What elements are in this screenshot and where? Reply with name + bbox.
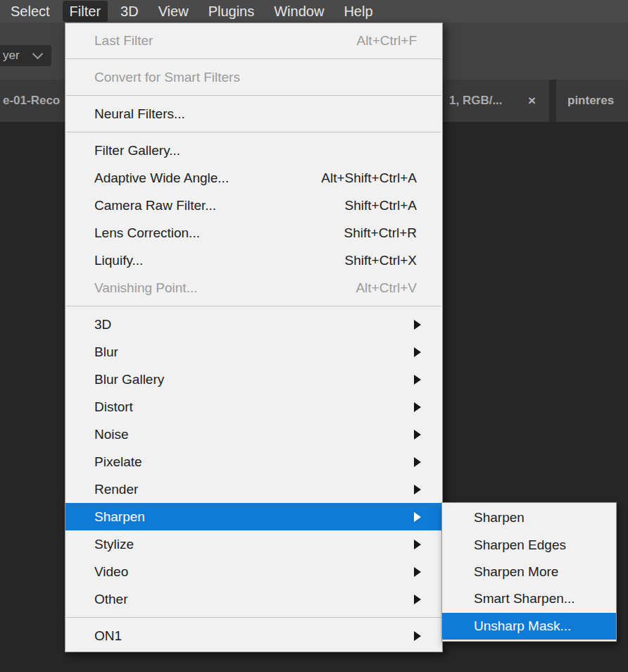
submenu-arrow-icon (414, 375, 421, 385)
submenu-arrow-icon (414, 567, 421, 577)
submenu-item-sharpen-edges[interactable]: Sharpen Edges (442, 531, 616, 558)
submenu-item-sharpen-more[interactable]: Sharpen More (442, 559, 616, 585)
submenu-arrow-icon (414, 457, 421, 467)
submenu-arrow-icon (414, 320, 421, 330)
menu-item-convert-smart-filters[interactable]: Convert for Smart Filters (65, 63, 442, 91)
tab-close-icon[interactable]: × (528, 93, 536, 108)
sharpen-submenu: Sharpen Sharpen Edges Sharpen More Smart… (441, 502, 617, 642)
submenu-arrow-icon (414, 347, 421, 357)
menu-item-liquify[interactable]: Liquify... Shift+Ctrl+X (65, 247, 442, 274)
menu-item-on1[interactable]: ON1 (65, 622, 442, 649)
menu-item-neural-filters[interactable]: Neural Filters... (65, 100, 442, 127)
menu-item-stylize[interactable]: Stylize (65, 530, 442, 558)
menu-item-other[interactable]: Other (65, 585, 442, 613)
menu-item-3d[interactable]: 3D (65, 311, 442, 338)
filter-menu: Last Filter Alt+Ctrl+F Convert for Smart… (65, 23, 443, 652)
menu-separator (66, 617, 441, 618)
submenu-arrow-icon (414, 631, 421, 641)
submenu-arrow-icon (414, 595, 421, 604)
submenu-arrow-icon (414, 402, 421, 412)
submenu-arrow-icon (414, 485, 421, 494)
tab-divider (549, 80, 556, 122)
menu-item-last-filter[interactable]: Last Filter Alt+Ctrl+F (65, 27, 442, 54)
document-tab-pinterest[interactable]: pinteres (567, 94, 614, 108)
photoshop-window: Select Filter 3D View Plugins Window Hel… (0, 0, 628, 672)
menubar-item-help[interactable]: Help (337, 1, 379, 22)
menu-item-distort[interactable]: Distort (65, 393, 442, 421)
menubar-item-filter[interactable]: Filter (63, 1, 108, 22)
submenu-arrow-icon (414, 430, 421, 440)
chevron-down-icon (32, 49, 43, 60)
menu-item-noise[interactable]: Noise (65, 421, 442, 448)
menubar-item-window[interactable]: Window (267, 1, 331, 22)
submenu-item-smart-sharpen[interactable]: Smart Sharpen... (442, 585, 616, 612)
menu-item-camera-raw-filter[interactable]: Camera Raw Filter... Shift+Ctrl+A (65, 192, 442, 219)
menu-item-lens-correction[interactable]: Lens Correction... Shift+Ctrl+R (65, 219, 442, 247)
menu-item-adaptive-wide-angle[interactable]: Adaptive Wide Angle... Alt+Shift+Ctrl+A (65, 164, 442, 192)
menu-bar: Select Filter 3D View Plugins Window Hel… (0, 0, 628, 23)
menu-item-blur[interactable]: Blur (65, 338, 442, 366)
menu-item-sharpen[interactable]: Sharpen (65, 503, 442, 530)
menubar-item-view[interactable]: View (151, 1, 196, 22)
menu-item-blur-gallery[interactable]: Blur Gallery (65, 366, 442, 393)
submenu-item-unsharp-mask[interactable]: Unsharp Mask... (442, 613, 616, 640)
menu-item-video[interactable]: Video (65, 558, 442, 585)
document-tab-title-fragment[interactable]: e-01-Reco (3, 94, 60, 108)
submenu-item-sharpen[interactable]: Sharpen (442, 504, 616, 531)
menu-item-render[interactable]: Render (65, 475, 442, 503)
menu-item-vanishing-point[interactable]: Vanishing Point... Alt+Ctrl+V (65, 274, 442, 301)
menubar-item-select[interactable]: Select (4, 1, 57, 22)
menu-item-filter-gallery[interactable]: Filter Gallery... (65, 137, 442, 164)
menubar-item-3d[interactable]: 3D (113, 1, 146, 22)
menu-item-pixelate[interactable]: Pixelate (65, 448, 442, 475)
submenu-arrow-icon (414, 512, 421, 522)
menu-separator (66, 132, 441, 132)
layer-select-value: yer (3, 49, 20, 63)
menu-separator (66, 306, 441, 306)
menubar-item-plugins[interactable]: Plugins (201, 1, 262, 22)
menu-separator (66, 58, 441, 59)
menu-separator (66, 95, 441, 96)
document-tab-title-fragment[interactable]: 1, RGB/... (449, 94, 503, 108)
submenu-arrow-icon (414, 540, 421, 549)
layer-select[interactable]: yer (0, 45, 51, 66)
